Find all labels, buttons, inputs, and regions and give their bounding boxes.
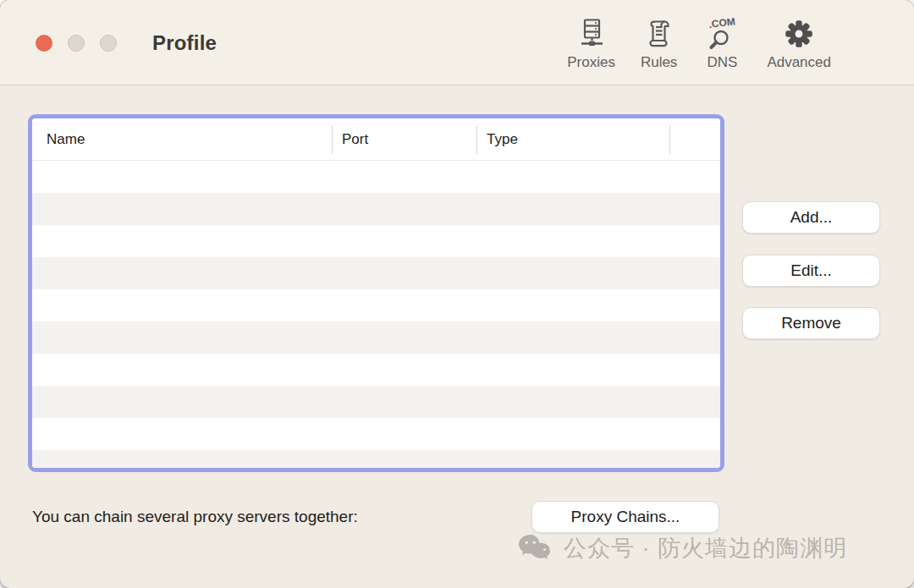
zoom-button[interactable] (100, 35, 117, 52)
domain-search-icon: .COM (702, 15, 741, 52)
tab-rules-label: Rules (641, 55, 677, 70)
column-header-port[interactable]: Port (332, 118, 476, 160)
column-header-type[interactable]: Type (476, 118, 669, 160)
titlebar: Profile Proxies (0, 0, 914, 85)
column-header-extra (669, 118, 720, 160)
dns-com-text: .COM (708, 17, 736, 30)
server-icon (575, 15, 608, 52)
tab-proxies[interactable]: Proxies (567, 15, 615, 70)
add-button[interactable]: Add... (742, 201, 880, 234)
watermark-text: 公众号 · 防火墙边的陶渊明 (564, 533, 847, 563)
table-body-empty[interactable] (32, 161, 720, 468)
tab-proxies-label: Proxies (567, 55, 615, 70)
chain-hint-label: You can chain several proxy servers toge… (32, 501, 358, 533)
scroll-icon (645, 15, 674, 52)
column-header-name[interactable]: Name (32, 118, 332, 160)
wechat-icon (518, 534, 555, 563)
proxy-list-table[interactable]: Name Port Type (28, 114, 724, 472)
tab-advanced-label: Advanced (767, 55, 831, 70)
close-button[interactable] (36, 35, 52, 52)
remove-button[interactable]: Remove (742, 307, 880, 339)
gear-icon (783, 15, 815, 52)
toolbar: Proxies Rules (567, 0, 831, 85)
edit-button[interactable]: Edit... (742, 255, 880, 287)
page-title: Profile (152, 0, 217, 85)
profile-window: Profile Proxies (0, 0, 914, 588)
tab-rules[interactable]: Rules (641, 15, 677, 70)
tab-advanced[interactable]: Advanced (767, 15, 831, 70)
tab-dns-label: DNS (707, 55, 737, 70)
proxy-chains-button[interactable]: Proxy Chains... (531, 501, 719, 533)
minimize-button[interactable] (68, 35, 85, 52)
tab-dns[interactable]: .COM DNS (702, 15, 741, 70)
table-header: Name Port Type (32, 118, 720, 161)
watermark: 公众号 · 防火墙边的陶渊明 (518, 533, 847, 563)
